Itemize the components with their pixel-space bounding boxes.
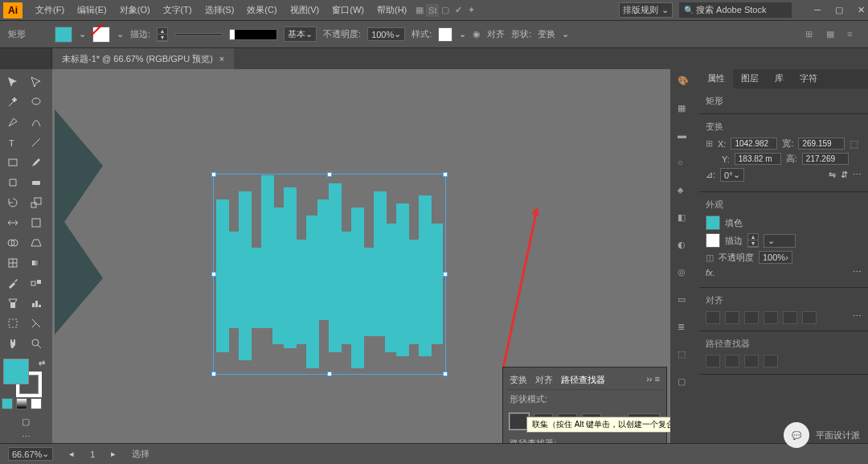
bridge-icon[interactable]: ▦ — [413, 4, 426, 17]
menu-edit[interactable]: 编辑(E) — [71, 4, 113, 16]
w-input[interactable] — [798, 138, 845, 150]
artboard-tool[interactable] — [2, 314, 24, 333]
brushes-panel-icon[interactable]: ▬ — [678, 130, 692, 145]
handle-mr[interactable] — [443, 272, 448, 277]
rocket-icon[interactable]: ✦ — [465, 4, 477, 17]
h-input[interactable] — [802, 153, 849, 165]
layout-rules-dropdown[interactable]: 排版规则 ⌄ — [619, 2, 673, 18]
more-align-icon[interactable]: ⋯ — [853, 311, 862, 324]
selection-tool[interactable] — [2, 72, 24, 92]
shapes-btn[interactable]: 形状: — [511, 28, 531, 40]
layers-panel-icon[interactable]: ≣ — [678, 322, 692, 336]
menu-file[interactable]: 文件(F) — [29, 4, 71, 16]
magic-wand-tool[interactable] — [2, 92, 24, 112]
stroke-panel-icon[interactable]: ♣ — [678, 185, 692, 199]
recolor-icon[interactable]: ◉ — [473, 29, 481, 39]
gpu-icon[interactable]: ✔ — [452, 4, 465, 17]
opt-icon-1[interactable]: ⊞ — [805, 29, 818, 39]
prop-stroke-swatch[interactable] — [706, 233, 720, 248]
more-transform-icon[interactable]: ⋯ — [853, 170, 862, 180]
pen-tool[interactable] — [2, 113, 24, 132]
menu-object[interactable]: 对象(O) — [113, 4, 157, 16]
eyedropper-tool[interactable] — [2, 273, 24, 293]
color-mode-solid[interactable] — [2, 398, 13, 409]
minimize-icon[interactable]: ─ — [814, 5, 821, 15]
tab-character[interactable]: 字符 — [792, 69, 825, 88]
appearance-panel-icon[interactable]: ◎ — [678, 267, 692, 281]
swatches-panel-icon[interactable]: ▦ — [678, 103, 692, 117]
swap-fill-stroke-icon[interactable]: ⇄ — [39, 359, 45, 368]
menu-view[interactable]: 视图(V) — [284, 4, 326, 16]
handle-bc[interactable] — [327, 372, 332, 376]
canvas[interactable]: 变换 对齐 路径查找器 ›› ≡ 形状模式: 路径查找器: — [52, 69, 670, 443]
transform-btn[interactable]: 变换 — [538, 28, 555, 40]
tab-layers[interactable]: 图层 — [733, 69, 767, 88]
graphic-styles-panel-icon[interactable]: ▭ — [678, 294, 692, 309]
menu-select[interactable]: 选择(S) — [199, 4, 241, 16]
align-top[interactable] — [764, 311, 778, 324]
align-hcenter[interactable] — [725, 311, 739, 324]
handle-tc[interactable] — [327, 172, 332, 177]
y-input[interactable] — [735, 153, 781, 165]
maximize-icon[interactable]: ▢ — [835, 5, 843, 15]
blend-tool[interactable] — [25, 273, 47, 293]
screen-mode-icon[interactable]: ▢ — [22, 417, 30, 427]
slice-tool[interactable] — [25, 314, 47, 333]
tab-libraries[interactable]: 库 — [767, 69, 792, 88]
opacity-input[interactable]: 100% ⌄ — [367, 27, 405, 41]
stroke-width-spinner[interactable]: ▴▾ — [157, 27, 168, 42]
color-mode-none[interactable] — [31, 398, 42, 409]
nav-next-icon[interactable]: ▸ — [111, 449, 116, 459]
handle-br[interactable] — [443, 372, 448, 376]
prop-fill-swatch[interactable] — [706, 216, 720, 230]
document-tab[interactable]: 未标题-1* @ 66.67% (RGB/GPU 预览) × — [52, 48, 234, 69]
shape-builder-tool[interactable] — [2, 233, 24, 253]
fill-stroke-control[interactable]: ⇄ — [2, 357, 50, 396]
fx-button[interactable]: fx. — [706, 268, 715, 277]
stroke-style-preview[interactable] — [229, 29, 277, 40]
x-input[interactable] — [731, 138, 777, 150]
lasso-tool[interactable] — [25, 92, 47, 112]
close-tab-icon[interactable]: × — [219, 54, 224, 64]
gradient-panel-icon[interactable]: ◧ — [678, 212, 692, 227]
pf-tab-align[interactable]: 对齐 — [535, 374, 553, 386]
free-transform-tool[interactable] — [25, 213, 47, 232]
stroke-width-input[interactable] — [174, 33, 223, 36]
opt-icon-3[interactable]: ≡ — [847, 29, 860, 39]
edit-toolbar-icon[interactable]: ⋯ — [22, 432, 31, 442]
more-appearance-icon[interactable]: ⋯ — [853, 267, 862, 277]
menu-help[interactable]: 帮助(H) — [371, 4, 413, 16]
handle-bl[interactable] — [211, 372, 216, 376]
mesh-tool[interactable] — [2, 253, 24, 273]
graphic-style-swatch[interactable] — [438, 27, 452, 42]
gradient-tool[interactable] — [25, 253, 47, 273]
rectangle-tool[interactable] — [2, 153, 24, 172]
line-tool[interactable] — [25, 133, 47, 152]
pf-tab-transform[interactable]: 变换 — [510, 374, 527, 386]
hand-tool[interactable] — [2, 334, 24, 353]
prop-opacity-input[interactable]: 100% › — [759, 251, 792, 264]
link-wh-icon[interactable]: ⬚ — [850, 138, 858, 150]
selection-bounds[interactable] — [213, 174, 446, 375]
transparency-panel-icon[interactable]: ◐ — [678, 240, 692, 254]
curvature-tool[interactable] — [25, 113, 47, 132]
stroke-swatch[interactable] — [92, 27, 110, 43]
stroke-profile-dropdown[interactable]: 基本 ⌄ — [284, 27, 317, 42]
menu-type[interactable]: 文字(T) — [157, 4, 199, 16]
tab-properties[interactable]: 属性 — [699, 69, 733, 88]
stock-icon[interactable]: St — [426, 4, 439, 17]
prop-stroke-spinner[interactable]: ▴▾ — [747, 233, 759, 248]
color-mode-gradient[interactable] — [16, 398, 27, 409]
arrange-icon[interactable]: ▢ — [439, 4, 452, 17]
shaper-tool[interactable] — [2, 173, 24, 192]
symbol-sprayer-tool[interactable] — [2, 294, 24, 313]
asset-export-panel-icon[interactable]: ⬚ — [678, 349, 692, 363]
direct-selection-tool[interactable] — [25, 72, 47, 92]
align-vcenter[interactable] — [783, 311, 797, 324]
menu-window[interactable]: 窗口(W) — [326, 4, 371, 16]
flip-v-icon[interactable]: ⇵ — [841, 170, 848, 180]
width-tool[interactable] — [2, 213, 24, 232]
paintbrush-tool[interactable] — [25, 153, 47, 172]
fill-color[interactable] — [3, 359, 29, 384]
align-btn[interactable]: 对齐 — [487, 28, 505, 40]
